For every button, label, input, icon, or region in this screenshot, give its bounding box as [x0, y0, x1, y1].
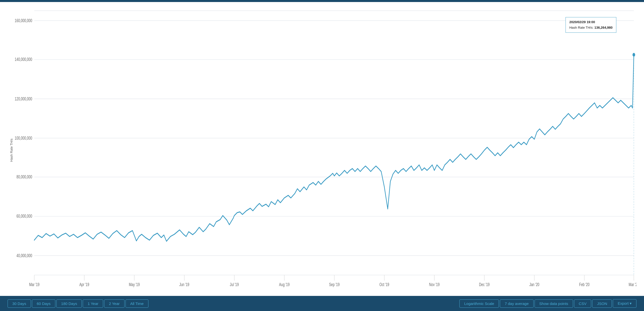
chart-inner: 2020/02/29 19:00 Hash Rate TH/s: 136,264… [13, 7, 636, 293]
btn-all-time[interactable]: All Time [126, 299, 148, 308]
svg-text:60,000,000: 60,000,000 [17, 214, 32, 219]
svg-text:Apr '19: Apr '19 [79, 282, 89, 287]
btn-log-scale[interactable]: Logarithmic Scale [459, 299, 499, 308]
btn-2-year[interactable]: 2 Year [104, 299, 125, 308]
btn-60-days[interactable]: 60 Days [32, 299, 55, 308]
btn-json[interactable]: JSON [592, 299, 612, 308]
svg-text:100,000,000: 100,000,000 [15, 136, 32, 141]
svg-text:140,000,000: 140,000,000 [15, 57, 32, 62]
y-axis-label: Hash Rate TH/s [8, 7, 13, 293]
svg-text:Jan '20: Jan '20 [529, 282, 539, 287]
btn-30-days[interactable]: 30 Days [8, 299, 31, 308]
chart-area: Hash Rate TH/s 2020/02/29 19:00 Hash Rat… [8, 7, 636, 293]
btn-export[interactable]: Export ▾ [613, 299, 636, 308]
btn-show-data[interactable]: Show data points [535, 299, 573, 308]
svg-text:Jun '19: Jun '19 [179, 282, 189, 287]
svg-point-43 [632, 53, 635, 57]
main-chart-svg: 160,000,000 140,000,000 120,000,000 100,… [13, 7, 636, 293]
svg-text:Jul '19: Jul '19 [230, 282, 239, 287]
btn-1-year[interactable]: 1 Year [83, 299, 103, 308]
svg-text:Aug '19: Aug '19 [279, 282, 290, 287]
svg-text:Nov '19: Nov '19 [429, 282, 440, 287]
chart-plot: 2020/02/29 19:00 Hash Rate TH/s: 136,264… [13, 7, 636, 293]
svg-text:Dec '19: Dec '19 [479, 282, 490, 287]
svg-text:120,000,000: 120,000,000 [15, 96, 32, 101]
btn-7day-avg[interactable]: 7 day average [500, 299, 533, 308]
svg-text:40,000,000: 40,000,000 [17, 253, 32, 258]
svg-text:Mar '20: Mar '20 [629, 282, 636, 287]
chart-container: Hash Rate TH/s 2020/02/29 19:00 Hash Rat… [0, 2, 644, 296]
btn-group-right: Logarithmic Scale 7 day average Show dat… [459, 299, 636, 308]
svg-text:80,000,000: 80,000,000 [17, 174, 32, 179]
top-bar [0, 0, 644, 2]
svg-text:Sep '19: Sep '19 [329, 282, 340, 287]
svg-text:Mar '19: Mar '19 [29, 282, 39, 287]
svg-text:Oct '19: Oct '19 [379, 282, 389, 287]
svg-text:Feb '20: Feb '20 [579, 282, 589, 287]
svg-text:160,000,000: 160,000,000 [15, 18, 32, 23]
btn-csv[interactable]: CSV [574, 299, 591, 308]
btn-180-days[interactable]: 180 Days [56, 299, 82, 308]
btn-group-left: 30 Days 60 Days 180 Days 1 Year 2 Year A… [8, 299, 148, 308]
svg-text:May '19: May '19 [129, 282, 140, 287]
bottom-controls: 30 Days 60 Days 180 Days 1 Year 2 Year A… [0, 296, 644, 311]
